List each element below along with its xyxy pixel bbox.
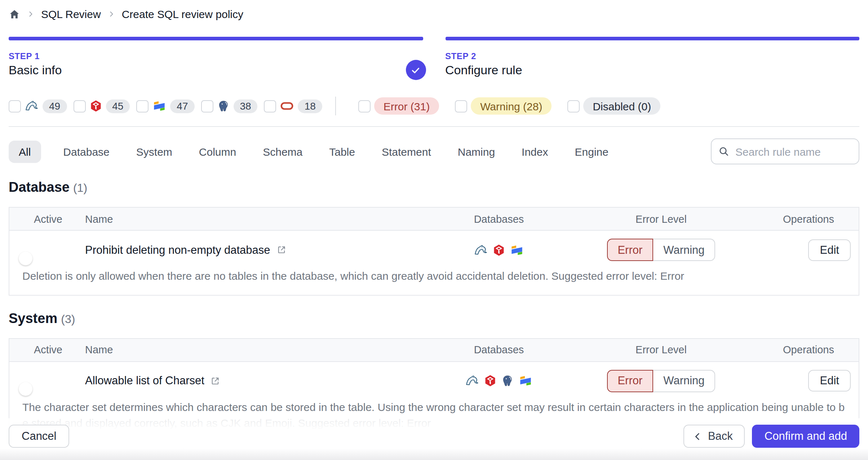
engine-count-badge: 38: [233, 99, 257, 113]
rule-databases: [434, 373, 564, 388]
step-title: Basic info: [9, 63, 423, 78]
col-operations: Operations: [758, 344, 859, 355]
tab-column[interactable]: Column: [199, 140, 236, 163]
table-header: Active Name Databases Error Level Operat…: [9, 208, 859, 231]
col-error-level: Error Level: [564, 344, 758, 355]
engine-filter-tidb[interactable]: 45: [73, 99, 130, 113]
col-databases: Databases: [434, 344, 564, 355]
breadcrumb-current: Create SQL review policy: [122, 8, 243, 20]
disabled-level-pill[interactable]: Disabled (0): [583, 97, 660, 115]
rule-databases: [434, 243, 564, 257]
search-input[interactable]: [711, 138, 859, 164]
tab-system[interactable]: System: [136, 140, 172, 163]
breadcrumb-sql-review[interactable]: SQL Review: [41, 8, 101, 20]
checkbox[interactable]: [9, 100, 21, 112]
external-link-icon[interactable]: [210, 375, 221, 386]
checkbox[interactable]: [136, 100, 149, 112]
step-title: Configure rule: [445, 63, 859, 78]
engine-count-badge: 18: [298, 99, 322, 113]
tab-index[interactable]: Index: [522, 140, 548, 163]
error-level-error-button[interactable]: Error: [607, 239, 653, 261]
chevron-right-icon: [107, 10, 115, 18]
tab-schema[interactable]: Schema: [263, 140, 302, 163]
oceanbase-icon: [510, 243, 524, 257]
checkbox[interactable]: [73, 100, 85, 112]
col-name: Name: [73, 213, 434, 225]
tab-all[interactable]: All: [9, 140, 41, 163]
col-active: Active: [9, 213, 73, 225]
postgresql-icon: [501, 374, 514, 387]
filter-divider: [335, 97, 336, 115]
step-2-configure-rule[interactable]: STEP 2 Configure rule: [445, 37, 859, 78]
rule-description: Deletion is only allowed when there are …: [9, 267, 859, 295]
wizard-steps: STEP 1 Basic info STEP 2 Configure rule: [9, 37, 859, 78]
level-filter-disabled[interactable]: Disabled (0): [567, 97, 660, 115]
col-active: Active: [9, 344, 73, 355]
tidb-icon: [89, 99, 102, 112]
col-databases: Databases: [434, 213, 564, 225]
section-count: (1): [73, 182, 87, 194]
external-link-icon[interactable]: [276, 244, 287, 255]
postgresql-icon: [217, 99, 230, 112]
sql-review-create-policy-page: SQL Review Create SQL review policy STEP…: [0, 0, 868, 460]
step-label: STEP 1: [9, 51, 423, 61]
table-header: Active Name Databases Error Level Operat…: [9, 339, 859, 362]
cancel-button[interactable]: Cancel: [9, 425, 70, 448]
engine-count-badge: 47: [170, 99, 194, 113]
section-title-system: System(3): [9, 310, 859, 326]
engine-filter-mysql[interactable]: 49: [9, 99, 67, 113]
edit-button[interactable]: Edit: [809, 370, 851, 392]
tab-statement[interactable]: Statement: [382, 140, 431, 163]
error-level-pill[interactable]: Error (31): [374, 97, 439, 115]
step-1-basic-info[interactable]: STEP 1 Basic info: [9, 37, 423, 78]
edit-button[interactable]: Edit: [809, 239, 851, 261]
tab-engine[interactable]: Engine: [575, 140, 608, 163]
engine-filter-postgresql[interactable]: 38: [201, 99, 257, 113]
confirm-and-add-button[interactable]: Confirm and add: [752, 425, 859, 448]
engine-filter-oracle[interactable]: 18: [264, 99, 322, 113]
col-operations: Operations: [758, 213, 859, 225]
checkbox[interactable]: [358, 100, 371, 112]
tab-table[interactable]: Table: [329, 140, 355, 163]
back-button-label: Back: [708, 430, 733, 443]
tidb-icon: [484, 374, 497, 387]
step-complete-badge: [406, 60, 426, 80]
checkbox[interactable]: [264, 100, 276, 112]
oceanbase-icon: [152, 99, 167, 113]
oracle-icon: [280, 99, 294, 113]
chevron-right-icon: [27, 10, 35, 18]
warning-level-pill[interactable]: Warning (28): [471, 97, 552, 115]
tidb-icon: [492, 243, 505, 256]
oceanbase-icon: [518, 373, 533, 388]
table-row: Allowable list of Charset Error Warning …: [9, 362, 859, 398]
chevron-left-icon: [692, 431, 703, 442]
error-level-control: Error Warning: [564, 370, 758, 392]
step-label: STEP 2: [445, 51, 859, 61]
rule-name: Prohibit deleting non-empty database: [85, 243, 270, 256]
checkbox[interactable]: [201, 100, 213, 112]
section-title-database: Database(1): [9, 180, 859, 195]
mysql-icon: [465, 373, 479, 388]
checkbox[interactable]: [455, 100, 467, 112]
rule-filters: 49 45 47 38 18: [9, 97, 859, 115]
tab-naming[interactable]: Naming: [458, 140, 495, 163]
engine-filter-oceanbase[interactable]: 47: [136, 99, 194, 113]
col-error-level: Error Level: [564, 213, 758, 225]
rule-table-database: Active Name Databases Error Level Operat…: [9, 207, 859, 295]
checkbox[interactable]: [567, 100, 580, 112]
level-filter-error[interactable]: Error (31): [358, 97, 439, 115]
divider: [9, 126, 859, 127]
tab-database[interactable]: Database: [63, 140, 109, 163]
error-level-warning-button[interactable]: Warning: [652, 370, 715, 392]
section-title-text: Database: [9, 180, 70, 195]
section-title-text: System: [9, 310, 57, 326]
error-level-warning-button[interactable]: Warning: [652, 239, 715, 261]
level-filter-warning[interactable]: Warning (28): [455, 97, 552, 115]
step-progress-bar: [9, 37, 423, 40]
back-button[interactable]: Back: [683, 425, 745, 448]
engine-count-badge: 49: [43, 99, 67, 113]
error-level-error-button[interactable]: Error: [607, 370, 653, 392]
home-icon[interactable]: [9, 8, 20, 20]
mysql-icon: [474, 243, 488, 257]
step-progress-bar: [445, 37, 859, 40]
